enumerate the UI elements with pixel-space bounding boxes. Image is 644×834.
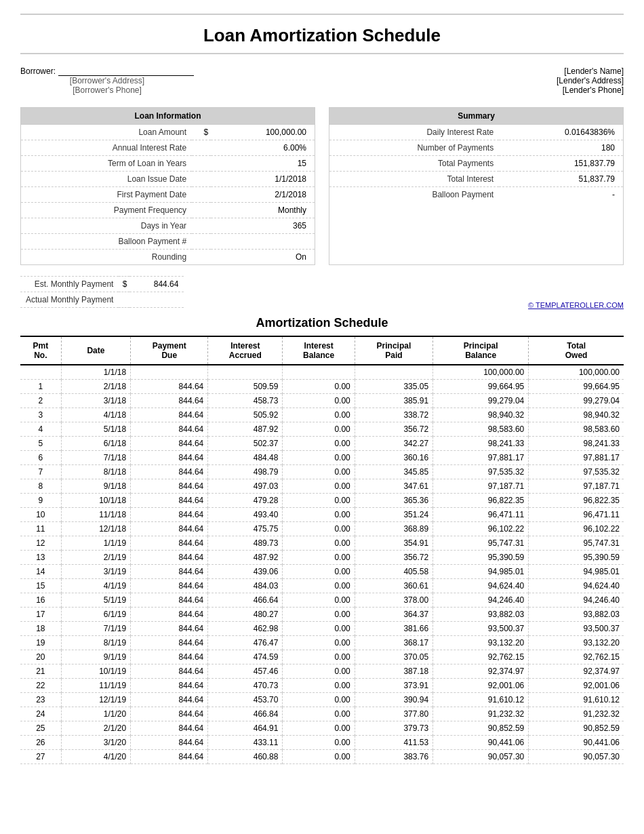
cell-int-accrued: 487.92 bbox=[208, 422, 283, 437]
table-row: 1/1/18 100,000.00 100,000.00 bbox=[20, 365, 624, 380]
cell-prin-paid: 364.37 bbox=[355, 608, 432, 622]
cell-int-balance: 0.00 bbox=[283, 422, 355, 437]
cell-total-owed: 98,583.60 bbox=[529, 422, 624, 437]
actual-monthly-value bbox=[129, 292, 184, 308]
cell-payment: 844.64 bbox=[131, 579, 208, 593]
cell-payment: 844.64 bbox=[131, 479, 208, 494]
table-row: 11 12/1/18 844.64 475.75 0.00 368.89 96,… bbox=[20, 522, 624, 536]
th-interest-accrued: InterestAccrued bbox=[208, 336, 283, 365]
cell-int-balance: 0.00 bbox=[283, 693, 355, 707]
loan-row-prefix bbox=[192, 203, 211, 218]
cell-payment: 844.64 bbox=[131, 536, 208, 551]
cell-total-owed: 98,241.33 bbox=[529, 437, 624, 451]
cell-num: 9 bbox=[20, 494, 61, 508]
cell-num: 26 bbox=[20, 736, 61, 750]
cell-prin-paid: 373.91 bbox=[355, 679, 432, 693]
cell-int-accrued: 466.84 bbox=[208, 707, 283, 721]
loan-row-prefix bbox=[192, 140, 211, 156]
cell-prin-balance: 97,535.32 bbox=[433, 465, 529, 479]
cell-payment: 844.64 bbox=[131, 508, 208, 522]
cell-int-balance: 0.00 bbox=[283, 593, 355, 608]
cell-date: 1/1/18 bbox=[61, 365, 130, 380]
cell-total-owed: 95,747.31 bbox=[529, 536, 624, 551]
summary-row: Daily Interest Rate 0.01643836% bbox=[329, 125, 623, 140]
borrower-phone: [Borrower's Phone] bbox=[20, 85, 194, 95]
loan-row-prefix bbox=[192, 172, 211, 187]
loan-info-header: Loan Information bbox=[21, 108, 315, 125]
cell-int-balance: 0.00 bbox=[283, 721, 355, 736]
cell-payment: 844.64 bbox=[131, 551, 208, 565]
cell-date: 1/1/19 bbox=[61, 536, 130, 551]
cell-date: 3/1/19 bbox=[61, 565, 130, 579]
table-row: 14 3/1/19 844.64 439.06 0.00 405.58 94,9… bbox=[20, 565, 624, 579]
cell-total-owed: 93,882.03 bbox=[529, 608, 624, 622]
loan-row-value: 2/1/2018 bbox=[211, 187, 315, 203]
cell-int-accrued: 458.73 bbox=[208, 394, 283, 408]
cell-int-accrued: 497.03 bbox=[208, 479, 283, 494]
cell-prin-paid: 383.76 bbox=[355, 750, 432, 764]
summary-row-label: Total Payments bbox=[329, 156, 499, 172]
summary-row-value: 0.01643836% bbox=[499, 125, 623, 140]
th-date: Date bbox=[61, 336, 130, 365]
cell-num: 18 bbox=[20, 622, 61, 636]
loan-info-row: Balloon Payment # bbox=[21, 234, 315, 250]
cell-total-owed: 90,057.30 bbox=[529, 750, 624, 764]
summary-header: Summary bbox=[329, 108, 623, 125]
cell-prin-paid: 390.94 bbox=[355, 693, 432, 707]
cell-prin-paid: 342.27 bbox=[355, 437, 432, 451]
cell-num: 22 bbox=[20, 679, 61, 693]
cell-prin-balance: 90,441.06 bbox=[433, 736, 529, 750]
cell-int-accrued bbox=[208, 365, 283, 380]
cell-num: 21 bbox=[20, 664, 61, 679]
cell-prin-paid: 381.66 bbox=[355, 622, 432, 636]
loan-row-value: 15 bbox=[211, 156, 315, 172]
cell-total-owed: 94,985.01 bbox=[529, 565, 624, 579]
cell-prin-paid: 345.85 bbox=[355, 465, 432, 479]
cell-prin-balance: 93,132.20 bbox=[433, 636, 529, 650]
loan-info-row: Annual Interest Rate 6.00% bbox=[21, 140, 315, 156]
summary-row-value: 151,837.79 bbox=[499, 156, 623, 172]
summary-row-label: Daily Interest Rate bbox=[329, 125, 499, 140]
cell-total-owed: 92,762.15 bbox=[529, 650, 624, 664]
cell-int-balance: 0.00 bbox=[283, 664, 355, 679]
cell-date: 3/1/20 bbox=[61, 736, 130, 750]
est-monthly-prefix: $ bbox=[119, 277, 129, 292]
cell-date: 11/1/19 bbox=[61, 679, 130, 693]
table-row: 22 11/1/19 844.64 470.73 0.00 373.91 92,… bbox=[20, 679, 624, 693]
loan-info-row: Payment Frequency Monthly bbox=[21, 203, 315, 218]
cell-num: 13 bbox=[20, 551, 61, 565]
cell-int-accrued: 457.46 bbox=[208, 664, 283, 679]
cell-int-balance: 0.00 bbox=[283, 508, 355, 522]
table-row: 1 2/1/18 844.64 509.59 0.00 335.05 99,66… bbox=[20, 380, 624, 394]
loan-row-prefix bbox=[192, 218, 211, 234]
cell-payment: 844.64 bbox=[131, 593, 208, 608]
cell-prin-balance: 97,187.71 bbox=[433, 479, 529, 494]
cell-total-owed: 94,246.40 bbox=[529, 593, 624, 608]
cell-prin-paid: 338.72 bbox=[355, 408, 432, 422]
loan-info-row: Term of Loan in Years 15 bbox=[21, 156, 315, 172]
th-principal-paid: PrincipalPaid bbox=[355, 336, 432, 365]
table-row: 9 10/1/18 844.64 479.28 0.00 365.36 96,8… bbox=[20, 494, 624, 508]
templateroller-link[interactable]: © TEMPLATEROLLER.COM bbox=[528, 301, 624, 309]
templateroller-anchor[interactable]: © TEMPLATEROLLER.COM bbox=[528, 301, 624, 309]
actual-monthly-prefix bbox=[119, 292, 129, 308]
cell-int-accrued: 439.06 bbox=[208, 565, 283, 579]
loan-row-label: Loan Issue Date bbox=[21, 172, 192, 187]
cell-int-balance: 0.00 bbox=[283, 380, 355, 394]
cell-int-accrued: 498.79 bbox=[208, 465, 283, 479]
table-row: 21 10/1/19 844.64 457.46 0.00 387.18 92,… bbox=[20, 664, 624, 679]
summary-row: Total Payments 151,837.79 bbox=[329, 156, 623, 172]
table-row: 26 3/1/20 844.64 433.11 0.00 411.53 90,4… bbox=[20, 736, 624, 750]
table-row: 7 8/1/18 844.64 498.79 0.00 345.85 97,53… bbox=[20, 465, 624, 479]
summary-row: Number of Payments 180 bbox=[329, 140, 623, 156]
cell-prin-paid: 368.89 bbox=[355, 522, 432, 536]
table-row: 24 1/1/20 844.64 466.84 0.00 377.80 91,2… bbox=[20, 707, 624, 721]
cell-int-balance: 0.00 bbox=[283, 750, 355, 764]
summary-row-value: 180 bbox=[499, 140, 623, 156]
cell-payment: 844.64 bbox=[131, 664, 208, 679]
loan-info-row: Loan Amount $ 100,000.00 bbox=[21, 125, 315, 140]
cell-payment: 844.64 bbox=[131, 422, 208, 437]
cell-date: 2/1/19 bbox=[61, 551, 130, 565]
loan-row-label: Loan Amount bbox=[21, 125, 192, 140]
cell-num: 16 bbox=[20, 593, 61, 608]
